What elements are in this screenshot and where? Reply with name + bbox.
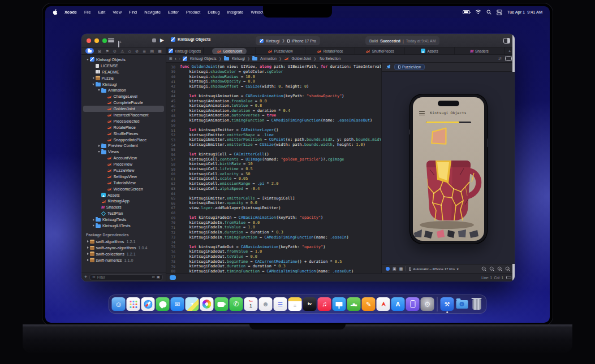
breadcrumb[interactable]: Kintsugi Objects❯Kintsugi❯Animation❯Gold… xyxy=(183,56,340,61)
menu-edit[interactable]: Edit xyxy=(98,10,106,15)
menu-debug[interactable]: Debug xyxy=(208,10,220,15)
zoom-fit-icon[interactable]: ▫ xyxy=(489,266,495,272)
device-selector[interactable]: Automatic – iPhone 17 Pro ▼ xyxy=(409,267,459,271)
disclosure-triangle[interactable] xyxy=(85,240,90,242)
window-titlebar[interactable]: ▶ Kintsugi Objects Kintsugi ❯ iPhone 17 … xyxy=(81,34,515,47)
dock-icon-keynote[interactable] xyxy=(333,297,346,311)
zoom-actual-icon[interactable]: 1 xyxy=(497,266,503,272)
navigator-row-rotatepiece[interactable]: RotatePiece xyxy=(83,124,164,131)
menu-product[interactable]: Product xyxy=(186,10,200,15)
navigator-row-pieceview[interactable]: PieceView xyxy=(83,161,164,167)
navigator-row-puzzleview[interactable]: PuzzleView xyxy=(83,167,164,174)
navigator-row-settingsview[interactable]: SettingsView xyxy=(83,174,164,180)
navigator-row-pieceselected[interactable]: PieceSelected xyxy=(83,118,164,124)
dock-icon-trash[interactable] xyxy=(470,297,484,311)
package-row-swift-async-algorithms[interactable]: swift-async-algorithms1.0.4 xyxy=(83,245,164,251)
disclosure-triangle[interactable] xyxy=(85,259,90,261)
dock-icon-settings[interactable]: ⚙ xyxy=(421,297,434,311)
filter-input[interactable] xyxy=(97,275,150,279)
filter-field[interactable]: ⊙ ⊘ ▣ xyxy=(89,274,163,280)
navigator-row-animation[interactable]: Animation xyxy=(83,87,164,93)
live-preview-button[interactable] xyxy=(386,267,390,271)
selectable-mode-icon[interactable]: ▣ xyxy=(393,267,396,271)
tab-shaders[interactable]: MShaders xyxy=(455,47,505,54)
inspector-toggle-icon[interactable] xyxy=(503,38,510,44)
scheme-selector[interactable]: Kintsugi ❯ iPhone 17 Pro xyxy=(256,36,320,45)
find-navigator-icon[interactable]: ⊙ xyxy=(113,49,117,53)
battery-icon[interactable] xyxy=(463,10,470,14)
navigator-row-assets[interactable]: Assets xyxy=(83,192,164,198)
dock-icon-tv[interactable]: tv xyxy=(303,297,317,311)
navigator-row-incorrectplacement[interactable]: IncorrectPlacement xyxy=(83,112,164,118)
navigator-row-shaders[interactable]: MShaders xyxy=(83,204,164,210)
pinned-preview-chip[interactable]: PuzzleView xyxy=(394,64,425,70)
apple-menu-icon[interactable] xyxy=(53,9,58,15)
tab-assets[interactable]: Assets xyxy=(405,47,455,54)
related-items-icon[interactable]: ⊞ xyxy=(169,57,173,61)
bookmarks-navigator-icon[interactable]: ⚑ xyxy=(105,49,109,53)
breakpoints-navigator-icon[interactable]: ▤ xyxy=(150,49,154,53)
dock-icon-downloads[interactable] xyxy=(455,297,469,311)
zoom-out-icon[interactable]: − xyxy=(481,266,487,272)
breadcrumb-item[interactable]: Animation xyxy=(252,57,277,61)
hamburger-menu-icon[interactable] xyxy=(419,111,425,115)
breadcrumb-item[interactable]: Kintsugi xyxy=(224,57,245,61)
navigator-row-tutorialview[interactable]: TutorialView xyxy=(83,180,164,186)
dock-icon-phone[interactable]: ✆ xyxy=(230,297,243,311)
navigator-row-license[interactable]: LICENSE xyxy=(83,63,164,69)
dock-icon-rocket[interactable]: ➤ xyxy=(377,297,390,311)
package-row-swift-algorithms[interactable]: swift-algorithms1.2.1 xyxy=(83,239,164,245)
navigator-toggle-icon[interactable] xyxy=(108,38,114,43)
activity-status[interactable]: Build Succeeded | Today at 9:41 AM xyxy=(365,36,439,45)
navigator-row-testplan[interactable]: TestPlan xyxy=(83,210,164,216)
zoom-button[interactable] xyxy=(102,38,107,43)
zoom-in-icon[interactable]: + xyxy=(505,266,511,272)
editor-options-icon[interactable] xyxy=(506,276,511,280)
navigator-row-kintsugiapp[interactable]: KintsugiApp xyxy=(83,198,164,204)
dock-icon-finder[interactable]: ☺ xyxy=(112,297,126,311)
close-button[interactable] xyxy=(87,38,91,43)
navigator-row-changelevel[interactable]: ChangeLevel xyxy=(83,93,164,99)
dock-icon-launchpad[interactable] xyxy=(127,297,140,311)
project-navigator-tree[interactable]: Kintsugi ObjectsLICENSEREADMEPuzzleKints… xyxy=(81,55,166,272)
dock-icon-appstore[interactable]: A xyxy=(391,297,405,311)
dock-icon-music[interactable]: ♫ xyxy=(318,297,331,311)
wifi-icon[interactable] xyxy=(475,10,481,15)
coverage-navigator-icon[interactable]: ⊘ xyxy=(135,49,139,53)
add-file-button[interactable]: + xyxy=(84,274,87,280)
menu-integrate[interactable]: Integrate xyxy=(227,10,244,15)
dock-icon-contacts[interactable]: ☻ xyxy=(259,297,273,311)
dock-icon-messages[interactable] xyxy=(156,297,170,311)
dock-icon-numbers[interactable]: ▂▆▄ xyxy=(347,297,361,311)
navigator-row-goldenjoint[interactable]: GoldenJoint xyxy=(83,106,164,112)
run-button[interactable]: ▶ xyxy=(160,37,164,44)
disclosure-triangle[interactable] xyxy=(91,219,96,221)
issues-navigator-icon[interactable]: ⚠ xyxy=(120,49,124,53)
tab-kintsugi-objects[interactable]: Kintsugi Objects xyxy=(166,47,204,54)
pin-icon[interactable] xyxy=(386,64,391,70)
breadcrumb-item[interactable]: GoldenJoint xyxy=(284,56,311,61)
recent-filter-icon[interactable]: ⊘ xyxy=(152,275,154,279)
disclosure-triangle[interactable] xyxy=(85,59,90,60)
disclosure-triangle[interactable] xyxy=(97,145,101,147)
reports-navigator-icon[interactable]: ▦ xyxy=(158,49,162,53)
navigator-row-puzzle[interactable]: Puzzle xyxy=(83,75,164,81)
menu-xcode[interactable]: Xcode xyxy=(64,10,77,15)
package-row-swift-numerics[interactable]: swift-numerics1.1.0 xyxy=(83,257,164,263)
navigator-row-kintsugi[interactable]: Kintsugi xyxy=(83,81,164,88)
source-code-editor[interactable]: 38func GoldenJoint(on view: UIView, alon… xyxy=(166,63,381,273)
disclosure-triangle[interactable] xyxy=(85,253,90,255)
disclosure-triangle[interactable] xyxy=(97,89,101,91)
menu-find[interactable]: Find xyxy=(129,10,137,15)
dock-icon-safari[interactable] xyxy=(141,297,155,311)
debug-navigator-icon[interactable]: ≣ xyxy=(143,49,146,53)
dock-icon-calendar[interactable]: Tue1 xyxy=(244,297,258,311)
navigator-row-welcomescreen[interactable]: WelcomeScreen xyxy=(83,186,164,192)
disclosure-triangle[interactable] xyxy=(91,77,96,79)
menu-view[interactable]: View xyxy=(113,10,122,15)
dock-icon-maps[interactable]: ➤ xyxy=(186,297,199,311)
navigator-row-kintsugi-objects[interactable]: Kintsugi Objects xyxy=(83,57,164,63)
iphone-preview[interactable]: Kintsugi Objects xyxy=(410,94,487,244)
tab-goldenjoint[interactable]: GoldenJoint xyxy=(204,47,256,54)
navigator-row-kintsugitests[interactable]: KintsugiTests xyxy=(83,216,164,223)
